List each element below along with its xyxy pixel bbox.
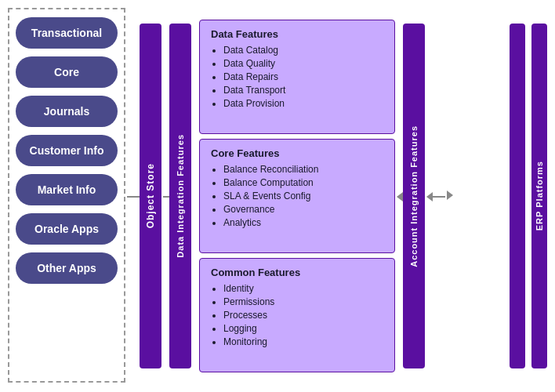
- list-item: Permissions: [223, 296, 383, 307]
- diagram-container: Transactional Core Journals Customer Inf…: [0, 0, 555, 392]
- object-store-label: Object Store: [145, 163, 156, 228]
- list-item: Monitoring: [223, 336, 383, 347]
- list-item: Balance Computation: [223, 177, 383, 188]
- pill-other-apps[interactable]: Other Apps: [16, 252, 118, 284]
- data-features-box: Data Features Data Catalog Data Quality …: [199, 20, 395, 134]
- common-features-box: Common Features Identity Permissions Pro…: [199, 258, 395, 372]
- list-item: Analytics: [223, 217, 383, 228]
- list-item: Data Quality: [223, 58, 383, 69]
- list-item: Data Catalog: [223, 45, 383, 56]
- object-store-bar: Object Store: [140, 24, 161, 368]
- arrow-account-to-erp: [426, 191, 453, 202]
- data-features-list: Data Catalog Data Quality Data Repairs D…: [211, 45, 383, 109]
- left-pills-group: Transactional Core Journals Customer Inf…: [8, 8, 125, 383]
- erp-bar-left: [510, 24, 525, 368]
- common-features-list: Identity Permissions Processes Logging M…: [211, 283, 383, 347]
- account-integration-label: Account Integration Features: [409, 125, 419, 267]
- list-item: Data Transport: [223, 85, 383, 96]
- core-features-list: Balance Reconciliation Balance Computati…: [211, 164, 383, 228]
- data-integration-label: Data Integration Features: [176, 134, 185, 258]
- list-item: Data Repairs: [223, 71, 383, 82]
- core-features-title: Core Features: [211, 147, 383, 159]
- erp-platforms-label: ERP Platforms: [535, 161, 544, 230]
- pill-transactional[interactable]: Transactional: [16, 17, 118, 49]
- erp-bar-right: ERP Platforms: [531, 24, 547, 368]
- center-feature-boxes: Data Features Data Catalog Data Quality …: [199, 20, 395, 372]
- common-features-title: Common Features: [211, 267, 383, 278]
- list-item: Data Provision: [223, 98, 383, 109]
- list-item: SLA & Events Config: [223, 191, 383, 201]
- list-item: Processes: [223, 310, 383, 321]
- pill-core[interactable]: Core: [16, 56, 118, 88]
- data-features-title: Data Features: [211, 28, 383, 40]
- list-item: Logging: [223, 323, 383, 334]
- pill-oracle-apps[interactable]: Oracle Apps: [16, 213, 118, 245]
- pill-customer-info[interactable]: Customer Info: [16, 135, 118, 166]
- list-item: Identity: [223, 283, 383, 294]
- list-item: Governance: [223, 204, 383, 215]
- core-features-box: Core Features Balance Reconciliation Bal…: [199, 139, 395, 253]
- list-item: Balance Reconciliation: [223, 164, 383, 175]
- pill-journals[interactable]: Journals: [16, 96, 118, 127]
- pill-market-info[interactable]: Market Info: [16, 174, 118, 205]
- data-integration-bar: Data Integration Features: [169, 24, 191, 368]
- account-integration-bar: Account Integration Features: [403, 24, 425, 368]
